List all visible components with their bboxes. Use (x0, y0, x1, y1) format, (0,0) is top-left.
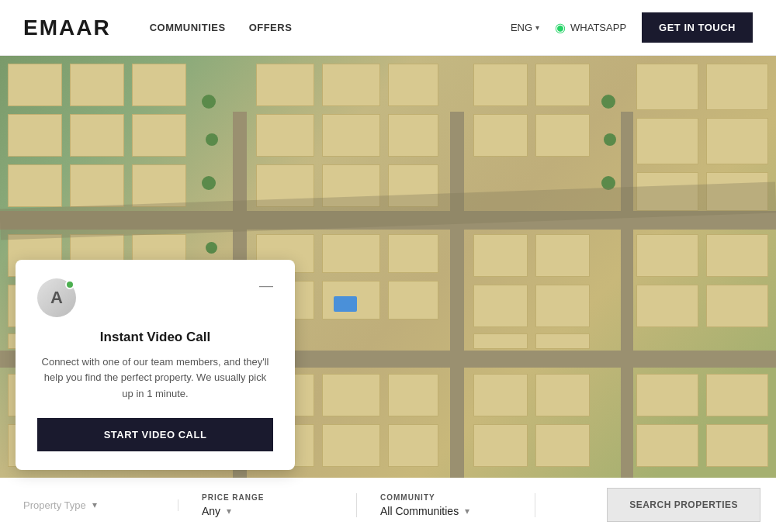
whatsapp-icon: ◉ (555, 20, 566, 35)
property-type-value[interactable]: Property Type ▾ (23, 499, 154, 511)
logo[interactable]: EMAAR (23, 16, 111, 40)
avatar-letter: A (50, 288, 63, 308)
nav-offers[interactable]: OFFERS (249, 22, 293, 33)
property-type-field[interactable]: Property Type ▾ (23, 499, 178, 511)
navigation: COMMUNITIES OFFERS (150, 22, 511, 33)
community-value[interactable]: All Communities ▾ (380, 505, 511, 517)
language-selector[interactable]: ENG ▾ (511, 22, 539, 33)
community-label: COMMUNITY (380, 493, 511, 502)
popup-description: Connect with one of our team members, an… (37, 354, 273, 402)
popup-header: A — (37, 278, 273, 317)
chevron-down-icon: ▾ (227, 506, 231, 516)
search-bar: Property Type ▾ PRICE RANGE Any ▾ COMMUN… (0, 478, 776, 532)
chevron-down-icon: ▾ (465, 506, 469, 516)
chevron-down-icon: ▾ (535, 23, 539, 32)
header-right: ENG ▾ ◉ WHATSAPP GET IN TOUCH (511, 12, 753, 43)
get-in-touch-button[interactable]: GET IN TOUCH (642, 12, 753, 43)
price-range-value[interactable]: Any ▾ (202, 505, 333, 517)
chevron-down-icon: ▾ (92, 499, 97, 510)
online-indicator (65, 280, 74, 289)
search-properties-button[interactable]: SEARCH PROPERTIES (607, 488, 760, 522)
header: EMAAR COMMUNITIES OFFERS ENG ▾ ◉ WHATSAP… (0, 0, 776, 56)
video-call-popup: A — Instant Video Call Connect with one … (16, 260, 295, 470)
nav-communities[interactable]: COMMUNITIES (150, 22, 226, 33)
price-range-label: PRICE RANGE (202, 493, 333, 502)
community-field[interactable]: COMMUNITY All Communities ▾ (380, 493, 535, 517)
language-current: ENG (511, 22, 532, 33)
price-range-field[interactable]: PRICE RANGE Any ▾ (202, 493, 357, 517)
start-video-call-button[interactable]: START VIDEO CALL (37, 418, 273, 451)
whatsapp-button[interactable]: ◉ WHATSAPP (555, 20, 626, 35)
avatar: A (37, 278, 76, 317)
whatsapp-label: WHATSAPP (570, 22, 626, 33)
popup-title: Instant Video Call (37, 330, 273, 345)
minimize-button[interactable]: — (259, 278, 273, 292)
